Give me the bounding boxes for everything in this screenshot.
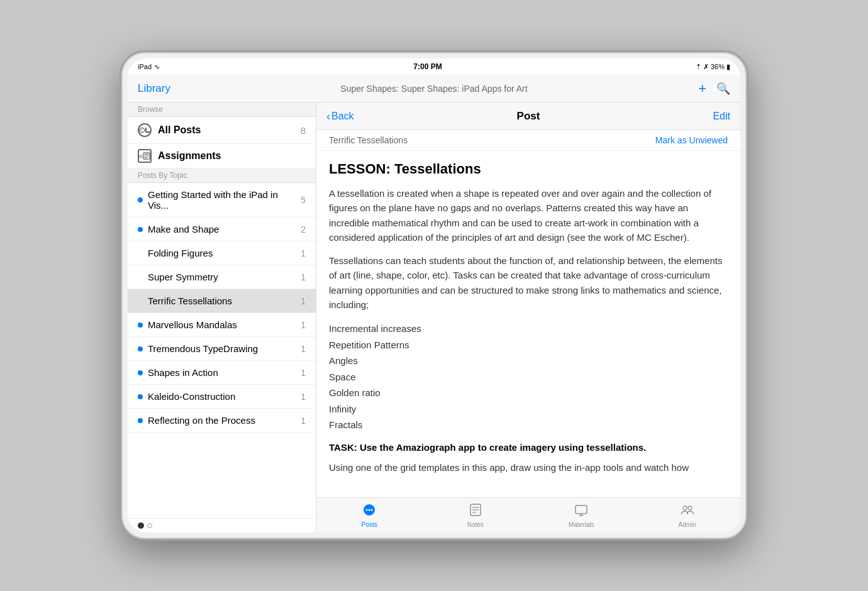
sidebar-topics-list: Getting Started with the iPad in Vis... … xyxy=(128,183,316,518)
post-nav: ‹ Back Post Edit xyxy=(316,102,740,130)
scroll-dot-empty xyxy=(147,523,152,528)
topic-label-5: Marvellous Mandalas xyxy=(148,319,296,330)
svg-rect-15 xyxy=(576,505,587,514)
topic-label-0: Getting Started with the iPad in Vis... xyxy=(148,189,296,211)
post-header-topic: Terrific Tessellations xyxy=(329,135,408,145)
all-posts-label: All Posts xyxy=(158,124,294,136)
status-bar: iPad ∿ 7:00 PM ⇡ ✗ 36% ▮ xyxy=(128,58,740,75)
battery-icon: ▮ xyxy=(726,63,730,71)
materials-icon xyxy=(574,503,588,520)
svg-line-2 xyxy=(142,129,143,130)
post-nav-title: Post xyxy=(377,110,680,123)
assignments-label: Assignments xyxy=(158,150,221,162)
content-panel: ‹ Back Post Edit Terrific Tessellations … xyxy=(316,102,740,533)
topic-count-7: 1 xyxy=(301,368,306,378)
all-posts-row[interactable]: All Posts 8 xyxy=(128,117,316,144)
search-button[interactable]: 🔍 xyxy=(716,82,730,96)
list-item-3: Space xyxy=(329,369,728,385)
topic-label-4: Terrific Tessellations xyxy=(148,296,296,306)
topic-label-1: Make and Shape xyxy=(148,224,296,235)
assignments-row[interactable]: Assignments xyxy=(128,144,316,168)
lesson-list: Incremental increases Repetition Pattern… xyxy=(329,321,728,433)
nav-bar: Library Super Shapes: Super Shapes: iPad… xyxy=(128,75,740,102)
scroll-dot-filled xyxy=(138,522,144,529)
main-area: Browse All Posts 8 xyxy=(128,102,740,533)
topic-item-5[interactable]: Marvellous Mandalas 1 xyxy=(128,313,316,337)
tab-posts[interactable]: Posts xyxy=(316,498,423,533)
status-bar-left: iPad ∿ xyxy=(138,63,160,71)
list-item-4: Golden ratio xyxy=(329,385,728,401)
topic-item-7[interactable]: Shapes in Action 1 xyxy=(128,361,316,385)
bluetooth-icon: ✗ xyxy=(703,63,709,71)
notes-icon xyxy=(469,503,482,520)
topic-item-6[interactable]: Tremendous TypeDrawing 1 xyxy=(128,337,316,361)
topic-item-0[interactable]: Getting Started with the iPad in Vis... … xyxy=(128,183,316,218)
all-posts-icon xyxy=(138,123,152,137)
topic-count-8: 1 xyxy=(301,392,306,402)
tab-materials[interactable]: Materials xyxy=(528,498,635,533)
svg-point-10 xyxy=(371,509,373,511)
sidebar: Browse All Posts 8 xyxy=(128,102,316,533)
tab-admin[interactable]: Admin xyxy=(635,498,741,533)
edit-button[interactable]: Edit xyxy=(680,111,730,122)
topic-label-2: Folding Figures xyxy=(148,248,296,258)
lesson-para-2: Tessellations can teach students about t… xyxy=(329,253,728,312)
topic-label-6: Tremendous TypeDrawing xyxy=(148,343,296,354)
svg-point-18 xyxy=(683,506,687,510)
lesson-task: TASK: Use the Amaziograph app to create … xyxy=(329,442,728,453)
add-button[interactable]: + xyxy=(698,80,706,97)
lesson-para-1: A tessellation is created when a shape i… xyxy=(329,186,728,245)
topic-label-9: Reflecting on the Process xyxy=(148,415,296,426)
topic-count-1: 2 xyxy=(301,224,306,235)
topic-item-4[interactable]: Terrific Tessellations 1 xyxy=(128,289,316,313)
topic-label-8: Kaleido-Construction xyxy=(148,391,296,402)
topic-dot-3 xyxy=(138,275,143,280)
topic-count-3: 1 xyxy=(301,272,306,282)
topic-item-9[interactable]: Reflecting on the Process 1 xyxy=(128,409,316,433)
back-button[interactable]: ‹ Back xyxy=(326,111,377,122)
lesson-task-para: Using one of the grid templates in this … xyxy=(329,460,728,475)
tab-notes[interactable]: Notes xyxy=(423,498,529,533)
svg-point-9 xyxy=(369,509,370,511)
list-item-1: Repetition Patterns xyxy=(329,337,728,353)
admin-icon xyxy=(681,503,694,520)
topic-count-5: 1 xyxy=(301,320,306,330)
lesson-title: LESSON: Tessellations xyxy=(329,161,728,177)
assignments-icon xyxy=(138,149,152,163)
posts-label: Posts xyxy=(362,521,377,528)
back-label: Back xyxy=(331,111,354,122)
list-item-6: Fractals xyxy=(329,417,728,433)
back-chevron-icon: ‹ xyxy=(326,111,330,122)
post-header: Terrific Tessellations Mark as Unviewed xyxy=(316,130,740,151)
svg-point-8 xyxy=(366,509,368,511)
topic-dot-2 xyxy=(138,251,143,256)
topic-count-9: 1 xyxy=(301,416,306,426)
topic-count-2: 1 xyxy=(301,248,306,258)
topic-dot-8 xyxy=(138,394,143,399)
tab-bar: Posts Notes xyxy=(316,497,740,533)
posts-by-topic-header: Posts By Topic xyxy=(128,168,316,183)
post-content: LESSON: Tessellations A tessellation is … xyxy=(316,151,740,497)
all-posts-count: 8 xyxy=(301,125,306,136)
nav-bar-actions: + 🔍 xyxy=(655,80,730,97)
topic-label-3: Super Symmetry xyxy=(148,272,296,282)
topic-item-3[interactable]: Super Symmetry 1 xyxy=(128,265,316,289)
topic-item-1[interactable]: Make and Shape 2 xyxy=(128,218,316,241)
topic-item-8[interactable]: Kaleido-Construction 1 xyxy=(128,385,316,409)
topic-dot-7 xyxy=(138,370,143,375)
materials-label: Materials xyxy=(569,521,594,528)
svg-point-19 xyxy=(688,506,692,510)
list-item-2: Angles xyxy=(329,353,728,369)
sidebar-scroll-dots xyxy=(128,518,316,533)
nav-bar-title: Super Shapes: Super Shapes: iPad Apps fo… xyxy=(213,84,655,94)
wifi-icon: ∿ xyxy=(154,63,160,71)
topic-count-0: 5 xyxy=(301,195,306,205)
device-screen: iPad ∿ 7:00 PM ⇡ ✗ 36% ▮ Library Super S… xyxy=(128,58,740,533)
device-frame: iPad ∿ 7:00 PM ⇡ ✗ 36% ▮ Library Super S… xyxy=(120,50,748,541)
topic-dot-5 xyxy=(138,323,143,328)
browse-header: Browse xyxy=(128,102,316,117)
mark-unviewed-button[interactable]: Mark as Unviewed xyxy=(655,135,728,145)
topic-dot-1 xyxy=(138,227,143,232)
library-button[interactable]: Library xyxy=(138,82,213,95)
topic-item-2[interactable]: Folding Figures 1 xyxy=(128,241,316,265)
